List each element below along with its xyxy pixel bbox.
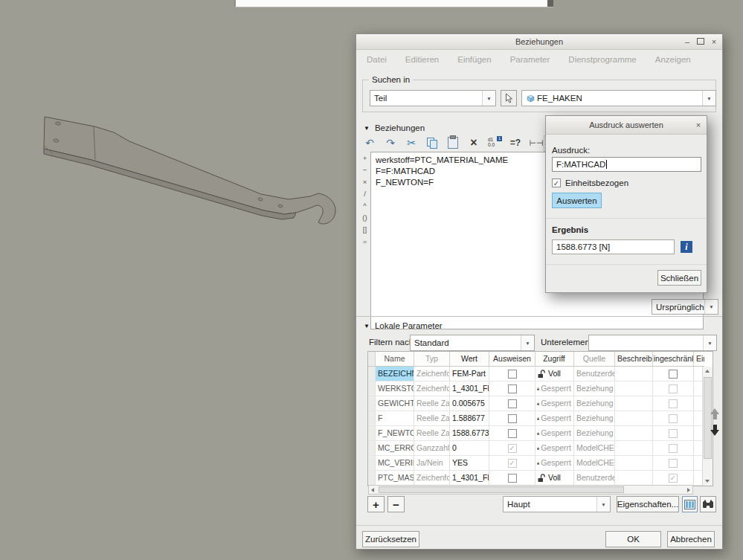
chevron-down-icon[interactable]: ▼ [482,91,495,106]
op-plus[interactable]: + [363,154,367,162]
table-row[interactable]: GEWICHT Reelle Zahl 0.005675 Gesperrt Be… [368,396,713,411]
menu-editieren[interactable]: Editieren [405,55,439,64]
cell-quelle[interactable]: Beziehung [574,382,615,396]
cell-beschreibung[interactable] [615,396,653,411]
cell-name[interactable]: F_NEWTON [376,426,414,441]
col-eingeschraenkt[interactable]: Eingeschränkt [653,352,694,367]
row-selector[interactable] [368,367,376,382]
cell-zugriff[interactable]: Gesperrt [535,441,574,456]
cell-zugriff[interactable]: Voll [535,367,574,382]
table-row[interactable]: MC_ERRORS Ganzzahl 0 ✓ Gesperrt ModelCHE… [368,441,713,456]
cell-zugriff[interactable]: Gesperrt [535,456,574,471]
cell-beschreibung[interactable] [615,426,653,441]
eingeschraenkt-checkbox[interactable] [669,429,678,438]
table-row[interactable]: PTC_MASTER Zeichenfolge 1_4301_FEM Voll … [368,471,713,486]
cell-wert[interactable]: 1588.6773 [450,426,489,441]
parameters-section-header[interactable]: ▼ Lokale Parameter [364,321,443,330]
cell-quelle[interactable]: Beziehung [574,396,615,411]
scroll-left-icon[interactable] [371,488,374,492]
cell-wert[interactable]: 1.588677 [450,411,489,426]
op-divide[interactable]: / [364,190,366,198]
eval-dialog-titlebar[interactable]: Ausdruck auswerten × [546,116,707,135]
eingeschraenkt-checkbox[interactable] [669,444,678,453]
menu-dienstprogramme[interactable]: Dienstprogramme [568,55,636,64]
op-minus[interactable]: − [363,166,367,174]
toggle-dimensions-icon[interactable]: d1 0.0 1 [486,135,504,150]
evaluate-button[interactable]: Auswerten [552,193,602,208]
cell-zugriff[interactable]: Gesperrt [535,411,574,426]
scrollbar-thumb[interactable] [379,486,624,493]
row-selector[interactable] [368,382,376,396]
cell-name[interactable]: GEWICHT [376,396,414,411]
col-zugriff[interactable]: Zugriff [535,352,574,367]
delete-icon[interactable]: × [465,135,483,150]
relations-section-header[interactable]: ▼ Beziehungen [364,123,425,132]
info-icon[interactable]: i [681,241,692,253]
close-icon[interactable]: × [693,119,704,130]
op-power[interactable]: ^ [363,202,366,210]
cell-beschreibung[interactable] [615,382,653,396]
row-selector[interactable] [368,426,376,441]
subitems-dropdown[interactable]: ▼ [588,335,717,351]
cell-quelle[interactable]: ModelCHECK [574,441,615,456]
cell-typ[interactable]: Zeichenfolge [414,367,450,382]
properties-button[interactable]: Eigenschaften... [617,496,679,512]
cell-typ[interactable]: Zeichenfolge [414,471,450,486]
cancel-button[interactable]: Abbrechen [667,531,715,547]
ausweisen-checkbox[interactable] [508,370,517,379]
row-selector[interactable] [368,456,376,471]
row-selector[interactable] [368,396,376,411]
cell-quelle[interactable]: Beziehung [574,411,615,426]
cell-quelle[interactable]: Benutzerdefiniert [574,471,615,486]
cell-beschreibung[interactable] [615,456,653,471]
remove-parameter-button[interactable]: − [387,496,405,512]
reset-button[interactable]: Zurücksetzen [362,531,419,547]
copy-icon[interactable] [423,135,441,150]
units-checkbox[interactable]: ✓ [552,178,561,187]
eingeschraenkt-checkbox[interactable] [669,384,678,393]
undo-icon[interactable]: ↶ [361,135,379,150]
cell-beschreibung[interactable] [615,441,653,456]
maximize-icon[interactable] [695,36,706,47]
filter-dropdown[interactable]: Standard ▼ [410,335,535,351]
minimize-icon[interactable]: – [682,36,692,47]
menu-parameter[interactable]: Parameter [510,55,550,64]
menu-einfuegen[interactable]: Einfügen [457,55,491,64]
cell-typ[interactable]: Ja/Nein [414,456,450,471]
row-selector[interactable] [368,471,376,486]
table-row[interactable]: WERKSTOFF Zeichenfolge 1_4301_FEM Gesper… [368,382,713,396]
menu-anzeigen[interactable]: Anzeigen [655,55,691,64]
scroll-up-icon[interactable] [705,370,710,373]
cell-typ[interactable]: Zeichenfolge [414,382,450,396]
cell-beschreibung[interactable] [615,471,653,486]
expression-input[interactable]: F:MATHCAD [552,157,701,172]
col-wert[interactable]: Wert [450,352,489,367]
row-selector[interactable] [368,411,376,426]
eingeschraenkt-checkbox[interactable] [669,399,678,408]
table-row[interactable]: F Reelle Zahl 1.588677 Gesperrt Beziehun… [368,411,713,426]
ausweisen-checkbox[interactable]: ✓ [508,444,517,453]
col-ausweisen[interactable]: Ausweisen [489,352,535,367]
cell-zugriff[interactable]: Gesperrt [535,382,574,396]
paste-icon[interactable] [444,135,462,150]
add-parameter-button[interactable]: + [367,496,385,512]
chevron-down-icon[interactable]: ▼ [703,335,716,350]
scroll-down-icon[interactable] [705,480,710,483]
cell-wert[interactable]: 1_4301_FEM [450,471,489,486]
history-dropdown[interactable]: Ursprünglich ▼ [652,299,718,315]
cell-typ[interactable]: Ganzzahl [414,441,450,456]
find-parameter-button[interactable] [700,496,716,512]
ausweisen-checkbox[interactable] [508,474,517,483]
cell-beschreibung[interactable] [615,411,653,426]
move-parameter-up-button[interactable] [710,408,720,420]
eingeschraenkt-checkbox[interactable] [669,414,678,423]
cell-name[interactable]: MC_VERIFIED [376,456,414,471]
cell-wert[interactable]: YES [450,456,489,471]
op-equals[interactable]: = [363,237,367,245]
ok-button[interactable]: OK [605,531,661,547]
ausweisen-checkbox[interactable] [508,399,517,408]
cell-wert[interactable]: FEM-Part [450,367,489,382]
collapse-arrow-icon[interactable]: ▼ [364,125,370,132]
ausweisen-checkbox[interactable]: ✓ [508,459,517,468]
cell-typ[interactable]: Reelle Zahl [414,426,450,441]
